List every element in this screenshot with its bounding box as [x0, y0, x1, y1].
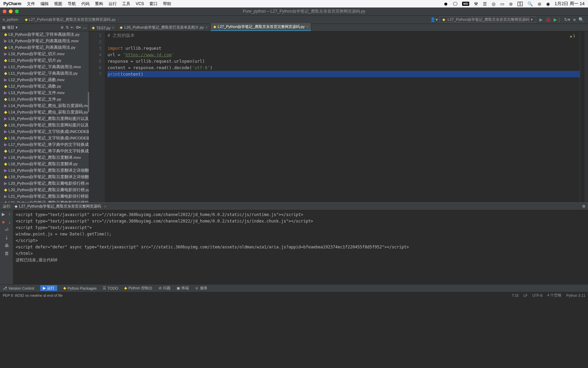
- menu-run[interactable]: 运行: [109, 1, 117, 7]
- down-icon[interactable]: ↓: [7, 219, 12, 225]
- debug-button[interactable]: 🐞: [545, 17, 551, 22]
- file-tree-item[interactable]: ◆L21_Python自学笔记_爬取豆瓣电影排行榜前2: [0, 200, 89, 202]
- close-icon[interactable]: ×: [206, 26, 208, 29]
- run-toolwindow-button[interactable]: ▶运行: [40, 285, 57, 291]
- file-tree-item[interactable]: ▶L17_Python自学笔记_将字典中的文字转换成u: [0, 141, 89, 148]
- file-tree-item[interactable]: ▶L19_Python自学笔记_爬取百度翻译之详细翻译: [0, 167, 89, 174]
- run-extra-button[interactable]: ↻▾: [564, 17, 570, 22]
- close-icon[interactable]: ×: [112, 26, 114, 30]
- run-config-selector[interactable]: ◆ L27_Python自学笔记_爬取京东首页完整网页源码 ▾: [439, 16, 536, 23]
- battery-icon[interactable]: ▭: [500, 1, 504, 6]
- breadcrumb-file[interactable]: ◆L27_Python自学笔记_爬取京东首页完整网页源码.py: [25, 17, 121, 22]
- file-tree-item[interactable]: ◆L11_Python自学笔记_字典高级用法.py: [0, 70, 89, 77]
- collapse-icon[interactable]: ⇤: [71, 25, 74, 30]
- chevron-down-icon[interactable]: ▾: [16, 25, 18, 30]
- services-button[interactable]: ⛭服务: [195, 286, 208, 291]
- close-icon[interactable]: ×: [306, 25, 308, 29]
- window-controls[interactable]: [3, 10, 19, 13]
- trash-icon[interactable]: 🗑: [4, 251, 9, 256]
- console-button[interactable]: ◆Python 控制台: [124, 286, 152, 291]
- file-tree-item[interactable]: ▶L12_Python自学笔记_函数.mov: [0, 77, 89, 83]
- menu-file[interactable]: 文件: [27, 1, 35, 7]
- close-icon[interactable]: ×: [104, 204, 106, 209]
- file-tree-item[interactable]: ▶L13_Python自学笔记_文件.mov: [0, 90, 89, 96]
- file-tree-item[interactable]: ◆L14_Python自学笔记_爬虫_获取百度源码.py: [0, 109, 89, 116]
- run-tab[interactable]: ◆ L27_Python自学笔记_爬取京东首页完整网页源码 ×: [15, 204, 106, 209]
- file-tree-item[interactable]: ◆L9_Python自学笔记_列表高级用法.py: [0, 44, 89, 51]
- menu-window[interactable]: 窗口: [149, 1, 158, 7]
- file-tree-item[interactable]: ◆L17_Python自学笔记_将字典中的文字转换成u: [0, 148, 89, 154]
- stop-button[interactable]: ■: [1, 219, 6, 225]
- wd-icon[interactable]: WD: [462, 2, 469, 6]
- search-icon[interactable]: 🔍: [527, 1, 533, 6]
- inspection-message[interactable]: PEP 8: W292 no newline at end of file: [3, 293, 63, 297]
- sidebar-title[interactable]: 项目: [7, 25, 14, 30]
- file-tree-item[interactable]: ◆L12_Python自学笔记_函数.py: [0, 83, 89, 90]
- gear-icon[interactable]: ✿▾: [76, 25, 81, 30]
- scroll-icon[interactable]: ⤓: [4, 235, 9, 240]
- menu-help[interactable]: 帮助: [163, 1, 171, 7]
- editor-tab[interactable]: ◆TEST.py×: [89, 25, 117, 31]
- code-editor[interactable]: 1234567 # 之前的版本 import urllib.request ur…: [89, 31, 588, 202]
- editor-scrollbar[interactable]: [584, 31, 588, 202]
- indent-setting[interactable]: 4 个空格: [547, 293, 561, 298]
- stack-icon[interactable]: ☰: [483, 1, 487, 6]
- print-icon[interactable]: 🖶: [4, 243, 9, 248]
- file-tree-item[interactable]: ▶L21_Python自学笔记_爬取豆瓣电影排行榜前2: [0, 193, 89, 200]
- record-icon[interactable]: ⏺: [444, 1, 448, 6]
- console-output[interactable]: <script type="text/javascript" src="//st…: [13, 210, 588, 284]
- file-tree-item[interactable]: ◆L15_Python自学笔记_爬取百度网站图片以及保存: [0, 122, 89, 128]
- more-run-button[interactable]: ▶⋮: [554, 17, 561, 22]
- file-tree-item[interactable]: ◆L16_Python自学笔记_文字转换成UNICODE编码: [0, 135, 89, 141]
- editor-tab[interactable]: ◆L26_Python自学笔记_爬取星巴克菜单及图片.py×: [117, 24, 210, 31]
- rerun-button[interactable]: ▶: [1, 212, 6, 217]
- file-tree-item[interactable]: ◆L13_Python自学笔记_文件.py: [0, 96, 89, 103]
- siri-icon[interactable]: ◉: [546, 1, 550, 6]
- menu-code[interactable]: 代码: [81, 1, 89, 7]
- file-tree-item[interactable]: ▶L14_Python自学笔记_爬虫_获取百度源码.mov: [0, 103, 89, 109]
- hide-icon[interactable]: —: [83, 26, 87, 30]
- line-separator[interactable]: LF: [523, 293, 527, 297]
- user-icon[interactable]: 👤▾: [430, 17, 438, 22]
- file-tree-item[interactable]: ◆L20_Python自学笔记_爬取豆瓣电影排行榜.py: [0, 187, 89, 193]
- file-tree-item[interactable]: ◆L18_Python自学笔记_爬取百度翻译.py: [0, 161, 89, 167]
- s-icon[interactable]: S: [518, 2, 523, 6]
- search-everywhere-icon[interactable]: 🔍: [578, 17, 584, 22]
- sort-icon[interactable]: ⇅: [66, 25, 69, 30]
- maximize-icon[interactable]: [15, 10, 19, 13]
- run-button[interactable]: ▶: [539, 17, 543, 22]
- interpreter[interactable]: Python 3.11: [566, 293, 585, 297]
- circle-icon[interactable]: ◎: [492, 1, 495, 6]
- breadcrumb-root[interactable]: e_python: [3, 17, 23, 22]
- menu-vcs[interactable]: VCS: [136, 1, 144, 6]
- minimap[interactable]: [580, 31, 584, 202]
- file-tree-item[interactable]: ▶L10_Python自学笔记_切片.mov: [0, 51, 89, 57]
- file-tree[interactable]: ◆L8_Python自学笔记_字符串高级用法.py▶L9_Python自学笔记_…: [0, 31, 89, 202]
- minimize-icon[interactable]: [9, 10, 13, 13]
- up-icon[interactable]: ↑: [7, 212, 12, 217]
- display-icon[interactable]: 🖵: [453, 1, 457, 6]
- inspection-badge[interactable]: ▲1: [570, 33, 575, 39]
- problems-button[interactable]: ⊘问题: [159, 286, 170, 291]
- packages-button[interactable]: ◆Python Packages: [63, 286, 97, 290]
- file-tree-item[interactable]: ▶L16_Python自学笔记_文字转换成UNICODE编码: [0, 128, 89, 135]
- stop-button[interactable]: ■: [573, 17, 576, 22]
- gear-icon[interactable]: ✿: [582, 204, 585, 209]
- wrap-icon[interactable]: ⏎: [4, 227, 9, 232]
- utensils-icon[interactable]: ⚒: [474, 1, 478, 6]
- menu-view[interactable]: 视图: [54, 1, 62, 7]
- file-tree-item[interactable]: ◆L8_Python自学笔记_字符串高级用法.py: [0, 31, 89, 38]
- file-tree-item[interactable]: ▶L18_Python自学笔记_爬取百度翻译.mov: [0, 154, 89, 161]
- file-tree-item[interactable]: ▶L9_Python自学笔记_列表高级用法.mov: [0, 38, 89, 44]
- file-tree-item[interactable]: ▶L15_Python自学笔记_爬取百度网站图片以及保存: [0, 116, 89, 122]
- file-encoding[interactable]: UTF-8: [532, 293, 542, 297]
- code-body[interactable]: # 之前的版本 import urllib.request url = 'htt…: [105, 31, 580, 202]
- menu-tools[interactable]: 工具: [122, 1, 130, 7]
- file-tree-item[interactable]: ▶L11_Python自学笔记_字典高级用法.mov: [0, 64, 89, 70]
- file-tree-item[interactable]: ◆L10_Python自学笔记_切片.py: [0, 57, 89, 64]
- todo-button[interactable]: ☰TODO: [103, 286, 118, 290]
- close-icon[interactable]: [3, 10, 6, 13]
- version-control-button[interactable]: Version Control: [9, 286, 34, 290]
- file-tree-item[interactable]: ▶L20_Python自学笔记_爬取豆瓣电影排行榜.mov: [0, 180, 89, 187]
- menu-refactor[interactable]: 重构: [95, 1, 103, 7]
